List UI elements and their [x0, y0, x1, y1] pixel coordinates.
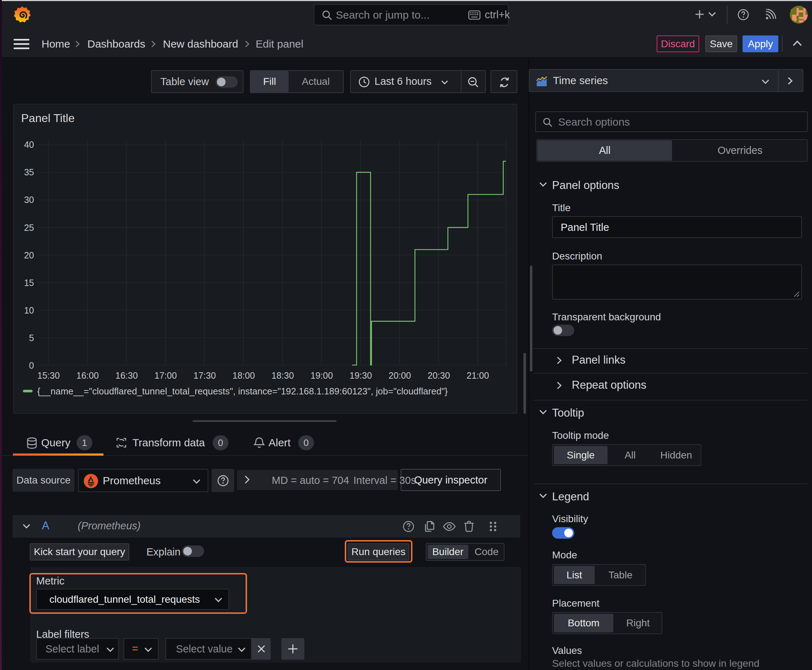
svg-text:10: 10	[24, 305, 34, 315]
svg-text:20:00: 20:00	[388, 371, 411, 381]
svg-text:16:30: 16:30	[115, 371, 138, 381]
svg-text:18:30: 18:30	[271, 371, 294, 381]
svg-text:19:30: 19:30	[349, 371, 372, 381]
svg-text:21:00: 21:00	[466, 371, 489, 381]
svg-text:16:00: 16:00	[76, 371, 99, 381]
svg-text:15: 15	[24, 278, 34, 288]
svg-text:5: 5	[29, 333, 34, 343]
svg-text:17:30: 17:30	[193, 371, 216, 381]
svg-text:20: 20	[24, 250, 34, 260]
svg-text:{__name__="cloudflared_tunnel_: {__name__="cloudflared_tunnel_total_requ…	[37, 386, 448, 396]
svg-text:19:00: 19:00	[310, 371, 333, 381]
svg-text:17:00: 17:00	[154, 371, 177, 381]
svg-text:15:30: 15:30	[37, 371, 60, 381]
svg-text:40: 40	[24, 140, 34, 150]
svg-text:20:30: 20:30	[427, 371, 450, 381]
svg-text:25: 25	[24, 223, 34, 233]
svg-text:35: 35	[24, 167, 34, 177]
svg-text:30: 30	[24, 195, 34, 205]
svg-text:18:00: 18:00	[232, 371, 255, 381]
svg-text:0: 0	[29, 360, 34, 371]
